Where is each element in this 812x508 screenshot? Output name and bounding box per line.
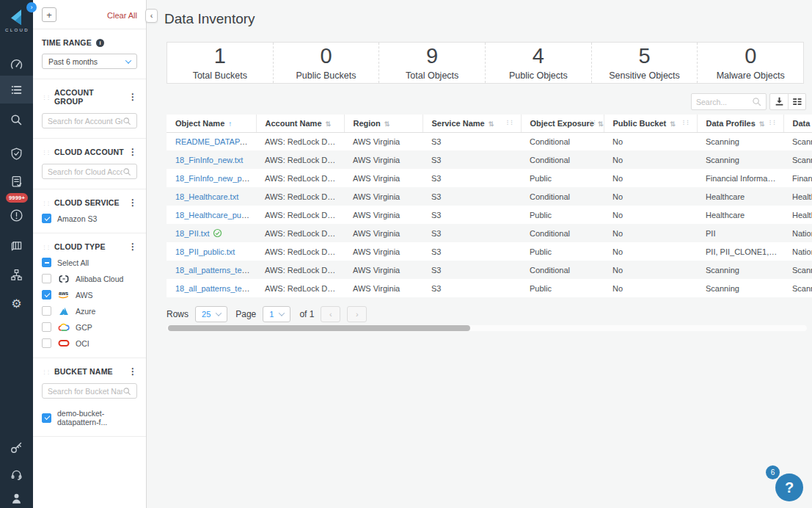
gcp-checkbox[interactable] [42, 322, 51, 332]
rows-per-page-select[interactable]: 25 [195, 306, 227, 322]
column-header-data_patterns[interactable]: Data Patterns⇅ [783, 115, 812, 132]
search-icon [10, 113, 23, 127]
time-range-section: TIME RANGE i Past 6 months [33, 29, 146, 79]
bucket-name-search-input[interactable] [48, 387, 122, 396]
kebab-menu-icon[interactable]: ⋮ [128, 198, 137, 207]
cell-region: AWS Virginia [344, 206, 423, 224]
column-settings-button[interactable] [788, 94, 805, 109]
drag-handle-icon[interactable]: ⋮⋮ [42, 150, 50, 155]
nav-access-keys[interactable] [0, 437, 33, 457]
add-filter-button[interactable]: + [42, 7, 56, 22]
column-header-region[interactable]: Region⇅ [344, 115, 423, 132]
cloud-account-search-input[interactable] [48, 167, 122, 176]
sort-icon[interactable]: ⇅ [670, 120, 676, 128]
kebab-menu-icon[interactable]: ⋮ [128, 148, 137, 156]
bucket-checkbox[interactable] [42, 413, 51, 423]
column-drag-handle-icon[interactable]: ⋮⋮ [681, 120, 690, 126]
oci-checkbox[interactable] [42, 338, 51, 348]
clear-all-button[interactable]: Clear All [107, 11, 137, 20]
cell-data_profiles: Scanning [697, 132, 783, 150]
column-header-object_exposure[interactable]: Object Exposure⇅⋮⋮ [521, 115, 604, 132]
azure-icon [57, 306, 70, 316]
column-header-object_name[interactable]: Object Name↑ [167, 115, 256, 132]
drag-handle-icon[interactable]: ⋮⋮ [42, 244, 50, 250]
object-name-link[interactable]: README_DATAPATTERNS.txt [175, 137, 256, 146]
time-range-label: TIME RANGE [42, 38, 92, 47]
collapse-panel-button[interactable]: ‹ [145, 9, 158, 23]
object-name-link[interactable]: 18_Healthcare_public.txt [175, 211, 256, 219]
column-header-service_name[interactable]: Service Name⇅⋮⋮ [423, 115, 521, 132]
object-name-link[interactable]: 18_all_patterns_test.txt [175, 266, 256, 275]
drag-handle-icon[interactable]: ⋮⋮ [42, 200, 50, 206]
sort-icon[interactable]: ⇅ [759, 120, 765, 128]
info-icon[interactable]: i [96, 39, 104, 47]
nav-compliance[interactable] [0, 143, 33, 164]
sort-icon[interactable]: ⇅ [489, 120, 494, 128]
table-row: 18_all_patterns_test.txtAWS: RedLock Dem… [167, 261, 812, 279]
prisma-cloud-logo[interactable]: CLOUD [0, 9, 33, 32]
page-select[interactable]: 1 [263, 306, 290, 322]
kebab-menu-icon[interactable]: ⋮ [128, 92, 137, 101]
object-name-link[interactable]: 18_PII_public.txt [175, 247, 235, 256]
nav-dashboard[interactable] [0, 54, 33, 75]
table-search-input[interactable] [696, 98, 752, 106]
nav-profile[interactable] [0, 487, 33, 508]
expand-rail-button[interactable]: › [26, 2, 37, 12]
column-drag-handle-icon[interactable]: ⋮⋮ [588, 120, 596, 126]
column-header-data_profiles[interactable]: Data Profiles⇅⋮⋮ [697, 115, 783, 132]
object-name-link[interactable]: 18_FinInfo_new_public.txt [175, 174, 256, 183]
object-name-link[interactable]: 18_FinInfo_new.txt [175, 156, 243, 164]
cell-data_profiles: Scanning [697, 150, 783, 169]
cell-object_exposure: Public [521, 206, 604, 224]
aws-checkbox[interactable] [42, 290, 51, 300]
kebab-menu-icon[interactable]: ⋮ [128, 242, 137, 251]
drag-handle-icon[interactable]: ⋮⋮ [42, 369, 50, 374]
time-range-select[interactable]: Past 6 months [42, 54, 137, 69]
download-button[interactable] [770, 94, 788, 109]
nav-inventory[interactable] [0, 235, 33, 255]
column-drag-handle-icon[interactable]: ⋮⋮ [768, 120, 776, 126]
nav-settings[interactable]: ⚙ [0, 294, 33, 314]
sort-icon[interactable]: ⇅ [384, 120, 390, 128]
page-value: 1 [269, 310, 274, 319]
next-page-button[interactable]: › [347, 306, 367, 322]
drag-handle-icon[interactable]: ⋮⋮ [42, 95, 50, 100]
alibaba-cloud-checkbox[interactable] [42, 274, 51, 283]
horizontal-scrollbar-thumb[interactable] [168, 325, 470, 331]
column-header-public_bucket[interactable]: Public Bucket⇅⋮⋮ [604, 115, 697, 132]
column-drag-handle-icon[interactable]: ⋮⋮ [505, 120, 513, 126]
nav-search[interactable] [0, 109, 33, 130]
cell-public_bucket: No [604, 206, 697, 224]
table-row: 18_FinInfo_new_public.txtAWS: RedLock De… [167, 169, 812, 187]
cell-public_bucket: No [604, 169, 697, 187]
sort-asc-icon[interactable]: ↑ [228, 120, 232, 128]
sort-icon[interactable]: ⇅ [598, 120, 604, 128]
help-button[interactable]: ? [775, 473, 803, 501]
nav-network[interactable] [0, 264, 33, 285]
azure-checkbox[interactable] [42, 306, 51, 316]
stat-label: Total Objects [406, 70, 458, 81]
amazon-s3-checkbox[interactable] [42, 214, 51, 223]
kebab-menu-icon[interactable]: ⋮ [128, 367, 137, 376]
nav-alerts[interactable] [0, 205, 33, 225]
nav-support[interactable] [0, 464, 33, 485]
cell-object_name: 18_PII_public.txt [167, 242, 256, 261]
column-header-account_name[interactable]: Account Name⇅ [256, 115, 344, 132]
object-name-link[interactable]: 18_PII.txt [175, 229, 209, 238]
object-name-link[interactable]: 18_Healthcare.txt [175, 192, 238, 201]
cell-data_profiles: Scanning [697, 279, 783, 297]
bucket-name-section: ⋮⋮ BUCKET NAME ⋮ demo-bucket-datapattern… [33, 358, 146, 437]
prev-page-button[interactable]: ‹ [321, 306, 340, 322]
nav-reports[interactable] [0, 171, 33, 192]
rows-label: Rows [167, 309, 189, 319]
select-all-checkbox[interactable] [42, 258, 51, 267]
horizontal-scrollbar-track[interactable] [167, 325, 807, 331]
sort-icon[interactable]: ⇅ [326, 120, 332, 128]
nav-policies[interactable] [0, 76, 33, 104]
table-head: Object Name↑Account Name⇅Region⇅Service … [167, 115, 812, 132]
object-name-link[interactable]: 18_all_patterns_test_public.txt [175, 284, 256, 293]
alert-circle-icon [10, 208, 23, 222]
cell-service_name: S3 [423, 150, 521, 169]
table-row: README_DATAPATTERNS.txtAWS: RedLock Demo… [167, 132, 812, 150]
account-group-search-input[interactable] [48, 117, 122, 126]
